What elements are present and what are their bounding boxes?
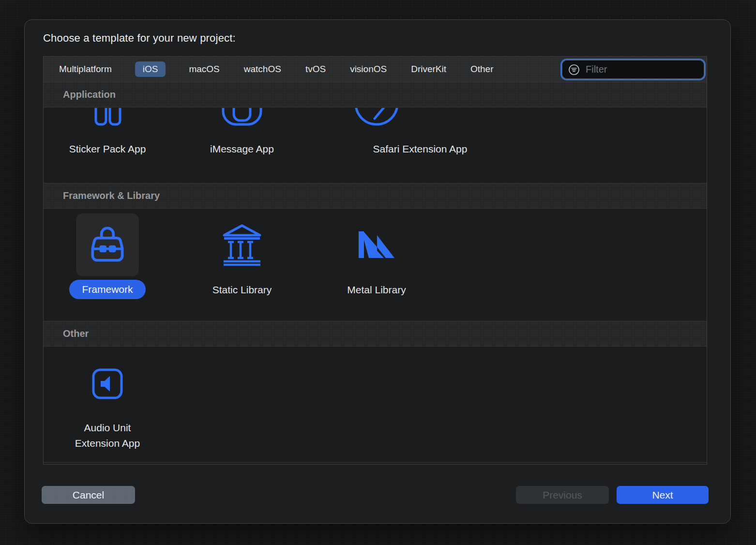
next-button[interactable]: Next <box>617 486 709 504</box>
filter-field[interactable]: Filter <box>560 59 706 80</box>
section-header-framework-library: Framework & Library <box>44 183 707 209</box>
tab-multiplatform[interactable]: Multiplatform <box>58 61 113 77</box>
template-label: Audio Unit Extension App <box>66 420 149 451</box>
new-project-template-dialog: Choose a template for your new project: … <box>24 19 731 524</box>
platform-tabs: Multiplatform iOS macOS watchOS tvOS vis… <box>44 61 495 77</box>
metal-logo-icon <box>359 231 394 258</box>
template-label: Static Library <box>189 282 295 298</box>
filter-icon <box>568 63 580 76</box>
tab-other[interactable]: Other <box>469 61 495 77</box>
imessage-icon <box>219 108 265 130</box>
other-templates-row: Audio Unit Extension App <box>44 347 707 463</box>
section-title: Application <box>63 89 116 100</box>
section-title: Framework & Library <box>63 190 160 201</box>
speaker-icon <box>92 368 123 399</box>
safari-compass-icon <box>353 108 400 130</box>
template-label: Metal Library <box>323 282 430 298</box>
template-label: Sticker Pack App <box>54 141 161 157</box>
tab-macos[interactable]: macOS <box>188 61 220 77</box>
sticker-pack-icon <box>84 108 131 130</box>
selected-template-label: Framework <box>69 280 146 299</box>
previous-button[interactable]: Previous <box>516 486 609 504</box>
library-columns-icon <box>220 222 264 269</box>
template-chooser: Multiplatform iOS macOS watchOS tvOS vis… <box>43 56 707 465</box>
section-header-other: Other <box>44 321 707 347</box>
selected-template-tile <box>76 213 139 276</box>
dialog-title: Choose a template for your new project: <box>43 32 236 45</box>
tab-driverkit[interactable]: DriverKit <box>410 61 447 77</box>
template-label: Safari Extension App <box>369 141 471 157</box>
toolbox-icon <box>85 223 130 267</box>
cancel-button[interactable]: Cancel <box>42 486 135 504</box>
template-label: iMessage App <box>189 141 295 157</box>
platform-tab-bar: Multiplatform iOS macOS watchOS tvOS vis… <box>44 57 707 82</box>
application-templates-row: Sticker Pack App iMessage App <box>44 107 707 183</box>
section-title: Other <box>63 328 89 339</box>
screen-background: Choose a template for your new project: … <box>0 0 756 545</box>
tab-ios[interactable]: iOS <box>135 61 166 77</box>
section-header-application: Application <box>44 82 707 107</box>
tab-watchos[interactable]: watchOS <box>243 61 282 77</box>
framework-library-row: Framework <box>44 209 707 321</box>
tab-tvos[interactable]: tvOS <box>304 61 327 77</box>
tab-visionos[interactable]: visionOS <box>349 61 388 77</box>
filter-placeholder: Filter <box>586 64 607 75</box>
